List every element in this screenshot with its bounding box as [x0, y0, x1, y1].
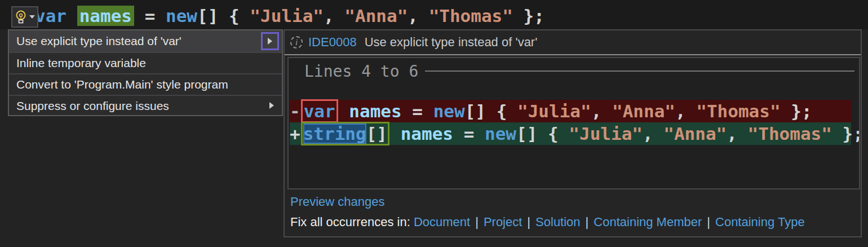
fix-all-separator: | [475, 215, 479, 229]
code-token-brackets: [] [366, 124, 387, 144]
fix-all-separator: | [707, 215, 710, 229]
menu-item-label: Use explicit type instead of 'var' [16, 34, 181, 47]
code-token-comma: , [643, 124, 663, 144]
code-string-thomas: "Thomas" [429, 6, 513, 26]
code-token-var: var [304, 101, 335, 121]
menu-item-label: Inline temporary variable [16, 56, 146, 69]
preview-header: IDE0008 Use explicit type instead of 'va… [285, 30, 861, 54]
code-token-open-brace: { [486, 101, 517, 121]
submenu-arrow-icon [269, 102, 274, 109]
code-token-close: }; [781, 101, 812, 121]
fix-all-link-solution[interactable]: Solution [535, 215, 581, 229]
code-token-close: }; [513, 6, 544, 26]
quick-actions-menu: Use explicit type instead of 'var' Inlin… [8, 29, 283, 116]
code-token-open-brace: { [537, 124, 569, 144]
code-token-eq: = [402, 101, 433, 121]
code-space [339, 101, 349, 121]
code-token-comma: , [591, 101, 612, 121]
removed-span-box: var [301, 99, 338, 123]
added-span-box: string[] [301, 122, 389, 145]
lines-range-row: Lines 4 to 6 [304, 61, 854, 81]
diff-preview-box: Lines 4 to 6 -var names = new[] { "Julia… [287, 57, 860, 189]
code-space [67, 6, 77, 26]
code-token-names: names [401, 124, 453, 144]
code-token-string: string [303, 124, 366, 144]
lines-range-label: Lines 4 to 6 [304, 62, 418, 81]
code-token-brackets: [] [516, 124, 537, 144]
diff-added-prefix: + [290, 124, 300, 144]
menu-item-suppress-or-configure[interactable]: Suppress or configure issues [9, 96, 282, 116]
diff-removed-prefix: - [290, 101, 300, 121]
menu-item-convert-program-main[interactable]: Convert to 'Program.Main' style program [9, 74, 282, 95]
code-string-thomas: "Thomas" [696, 101, 780, 121]
code-token-var: var [35, 6, 67, 26]
code-token-new: new [166, 6, 197, 26]
code-token-names: names [349, 101, 401, 121]
code-token-new: new [485, 124, 516, 144]
menu-item-inline-temporary-variable[interactable]: Inline temporary variable [9, 53, 282, 73]
lines-range-rule [425, 70, 854, 72]
fix-all-row: Fix all occurrences in: Document|Project… [290, 215, 805, 230]
fix-preview-panel: IDE0008 Use explicit type instead of 'va… [284, 29, 862, 237]
code-string-julia: "Julia" [569, 124, 643, 144]
header-separator [285, 54, 861, 55]
fix-all-link-containing-member[interactable]: Containing Member [594, 215, 702, 229]
diff-removed-line: -var names = new[] { "Julia", "Anna", "T… [290, 100, 851, 122]
editor-code-line: var names = new[] { "Julia", "Anna", "Th… [35, 5, 544, 27]
code-token-comma: , [324, 6, 344, 26]
lightbulb-dropdown-caret-icon [29, 15, 35, 19]
code-string-julia: "Julia" [517, 101, 591, 121]
menu-item-label: Suppress or configure issues [16, 99, 169, 112]
code-token-comma: , [727, 124, 747, 144]
code-token-eq: = [134, 6, 166, 26]
code-token-close: }; [832, 124, 860, 144]
rule-title: Use explicit type instead of 'var' [365, 35, 538, 50]
fix-all-link-document[interactable]: Document [414, 215, 470, 229]
code-string-julia: "Julia" [250, 6, 324, 26]
screenshot-root: var names = new[] { "Julia", "Anna", "Th… [0, 0, 868, 247]
lightbulb-button[interactable] [11, 6, 38, 28]
lightbulb-icon [15, 10, 27, 24]
code-token-new: new [433, 101, 465, 121]
code-token-brackets: [] [197, 6, 218, 26]
menu-item-label: Convert to 'Program.Main' style program [16, 78, 228, 91]
code-space [390, 124, 401, 144]
preview-changes-link[interactable]: Preview changes [290, 195, 385, 209]
menu-item-use-explicit-type[interactable]: Use explicit type instead of 'var' [9, 30, 282, 52]
submenu-focus-box[interactable] [261, 32, 279, 50]
code-string-anna: "Anna" [344, 6, 408, 26]
diff-added-line: +string[] names = new[] { "Julia", "Anna… [290, 122, 851, 145]
fix-all-label: Fix all occurrences in: [290, 215, 410, 229]
rule-id-link[interactable]: IDE0008 [308, 35, 357, 50]
fix-all-link-project[interactable]: Project [484, 215, 522, 229]
code-token-comma: , [408, 6, 428, 26]
submenu-arrow-icon [268, 38, 272, 45]
code-string-anna: "Anna" [612, 101, 675, 121]
code-token-eq: = [453, 124, 485, 144]
code-token-open-brace: { [218, 6, 250, 26]
code-token-brackets: [] [465, 101, 486, 121]
code-token-comma: , [675, 101, 696, 121]
code-string-anna: "Anna" [663, 124, 727, 144]
code-string-thomas: "Thomas" [748, 124, 832, 144]
highlighted-symbol-names: names [77, 6, 134, 26]
info-icon [290, 36, 303, 48]
fix-all-separator: | [586, 215, 589, 229]
fix-all-separator: | [527, 215, 530, 229]
fix-all-link-containing-type[interactable]: Containing Type [715, 215, 805, 229]
